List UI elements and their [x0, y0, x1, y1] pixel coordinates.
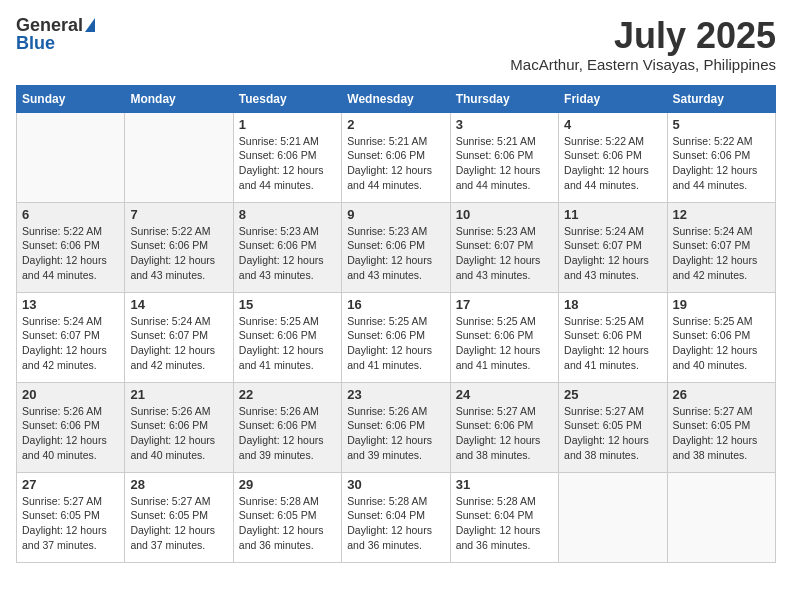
calendar-cell: 10Sunrise: 5:23 AMSunset: 6:07 PMDayligh…: [450, 202, 558, 292]
logo-blue-text: Blue: [16, 34, 55, 52]
calendar-cell: 14Sunrise: 5:24 AMSunset: 6:07 PMDayligh…: [125, 292, 233, 382]
calendar-cell: 13Sunrise: 5:24 AMSunset: 6:07 PMDayligh…: [17, 292, 125, 382]
calendar-cell: 3Sunrise: 5:21 AMSunset: 6:06 PMDaylight…: [450, 112, 558, 202]
calendar-cell: 26Sunrise: 5:27 AMSunset: 6:05 PMDayligh…: [667, 382, 775, 472]
day-info: Sunrise: 5:26 AMSunset: 6:06 PMDaylight:…: [130, 404, 227, 463]
header-monday: Monday: [125, 85, 233, 112]
day-number: 6: [22, 207, 119, 222]
location-title: MacArthur, Eastern Visayas, Philippines: [510, 56, 776, 73]
calendar-cell: 27Sunrise: 5:27 AMSunset: 6:05 PMDayligh…: [17, 472, 125, 562]
day-info: Sunrise: 5:25 AMSunset: 6:06 PMDaylight:…: [564, 314, 661, 373]
day-number: 17: [456, 297, 553, 312]
day-info: Sunrise: 5:26 AMSunset: 6:06 PMDaylight:…: [22, 404, 119, 463]
calendar-cell: 20Sunrise: 5:26 AMSunset: 6:06 PMDayligh…: [17, 382, 125, 472]
day-info: Sunrise: 5:28 AMSunset: 6:05 PMDaylight:…: [239, 494, 336, 553]
day-number: 8: [239, 207, 336, 222]
day-number: 12: [673, 207, 770, 222]
day-info: Sunrise: 5:25 AMSunset: 6:06 PMDaylight:…: [456, 314, 553, 373]
calendar-cell: 15Sunrise: 5:25 AMSunset: 6:06 PMDayligh…: [233, 292, 341, 382]
day-number: 27: [22, 477, 119, 492]
calendar-cell: 18Sunrise: 5:25 AMSunset: 6:06 PMDayligh…: [559, 292, 667, 382]
day-number: 22: [239, 387, 336, 402]
day-number: 7: [130, 207, 227, 222]
day-number: 5: [673, 117, 770, 132]
day-number: 9: [347, 207, 444, 222]
day-info: Sunrise: 5:24 AMSunset: 6:07 PMDaylight:…: [130, 314, 227, 373]
calendar-cell: 16Sunrise: 5:25 AMSunset: 6:06 PMDayligh…: [342, 292, 450, 382]
day-info: Sunrise: 5:22 AMSunset: 6:06 PMDaylight:…: [673, 134, 770, 193]
day-info: Sunrise: 5:26 AMSunset: 6:06 PMDaylight:…: [239, 404, 336, 463]
day-info: Sunrise: 5:25 AMSunset: 6:06 PMDaylight:…: [239, 314, 336, 373]
calendar-cell: 8Sunrise: 5:23 AMSunset: 6:06 PMDaylight…: [233, 202, 341, 292]
header-saturday: Saturday: [667, 85, 775, 112]
calendar-week-row: 27Sunrise: 5:27 AMSunset: 6:05 PMDayligh…: [17, 472, 776, 562]
day-info: Sunrise: 5:22 AMSunset: 6:06 PMDaylight:…: [22, 224, 119, 283]
header-friday: Friday: [559, 85, 667, 112]
day-info: Sunrise: 5:26 AMSunset: 6:06 PMDaylight:…: [347, 404, 444, 463]
day-info: Sunrise: 5:23 AMSunset: 6:06 PMDaylight:…: [239, 224, 336, 283]
header-thursday: Thursday: [450, 85, 558, 112]
logo-triangle-icon: [85, 18, 95, 32]
header-sunday: Sunday: [17, 85, 125, 112]
day-info: Sunrise: 5:24 AMSunset: 6:07 PMDaylight:…: [564, 224, 661, 283]
day-number: 14: [130, 297, 227, 312]
day-info: Sunrise: 5:28 AMSunset: 6:04 PMDaylight:…: [347, 494, 444, 553]
calendar-cell: 25Sunrise: 5:27 AMSunset: 6:05 PMDayligh…: [559, 382, 667, 472]
day-number: 20: [22, 387, 119, 402]
day-number: 23: [347, 387, 444, 402]
day-number: 1: [239, 117, 336, 132]
day-info: Sunrise: 5:24 AMSunset: 6:07 PMDaylight:…: [673, 224, 770, 283]
calendar-cell: 23Sunrise: 5:26 AMSunset: 6:06 PMDayligh…: [342, 382, 450, 472]
calendar-cell: 7Sunrise: 5:22 AMSunset: 6:06 PMDaylight…: [125, 202, 233, 292]
calendar-cell: [667, 472, 775, 562]
calendar-cell: [17, 112, 125, 202]
calendar-cell: 11Sunrise: 5:24 AMSunset: 6:07 PMDayligh…: [559, 202, 667, 292]
day-number: 4: [564, 117, 661, 132]
calendar-cell: 9Sunrise: 5:23 AMSunset: 6:06 PMDaylight…: [342, 202, 450, 292]
calendar-table: SundayMondayTuesdayWednesdayThursdayFrid…: [16, 85, 776, 563]
day-info: Sunrise: 5:27 AMSunset: 6:06 PMDaylight:…: [456, 404, 553, 463]
calendar-cell: 6Sunrise: 5:22 AMSunset: 6:06 PMDaylight…: [17, 202, 125, 292]
day-number: 25: [564, 387, 661, 402]
calendar-week-row: 6Sunrise: 5:22 AMSunset: 6:06 PMDaylight…: [17, 202, 776, 292]
day-number: 24: [456, 387, 553, 402]
logo-general-text: General: [16, 16, 83, 34]
page-header: General Blue July 2025 MacArthur, Easter…: [16, 16, 776, 73]
calendar-header-row: SundayMondayTuesdayWednesdayThursdayFrid…: [17, 85, 776, 112]
day-info: Sunrise: 5:23 AMSunset: 6:06 PMDaylight:…: [347, 224, 444, 283]
calendar-cell: 29Sunrise: 5:28 AMSunset: 6:05 PMDayligh…: [233, 472, 341, 562]
calendar-week-row: 13Sunrise: 5:24 AMSunset: 6:07 PMDayligh…: [17, 292, 776, 382]
day-number: 19: [673, 297, 770, 312]
calendar-cell: 12Sunrise: 5:24 AMSunset: 6:07 PMDayligh…: [667, 202, 775, 292]
calendar-cell: 17Sunrise: 5:25 AMSunset: 6:06 PMDayligh…: [450, 292, 558, 382]
day-info: Sunrise: 5:21 AMSunset: 6:06 PMDaylight:…: [239, 134, 336, 193]
day-info: Sunrise: 5:22 AMSunset: 6:06 PMDaylight:…: [564, 134, 661, 193]
day-info: Sunrise: 5:24 AMSunset: 6:07 PMDaylight:…: [22, 314, 119, 373]
day-info: Sunrise: 5:27 AMSunset: 6:05 PMDaylight:…: [673, 404, 770, 463]
calendar-week-row: 20Sunrise: 5:26 AMSunset: 6:06 PMDayligh…: [17, 382, 776, 472]
day-number: 31: [456, 477, 553, 492]
day-info: Sunrise: 5:21 AMSunset: 6:06 PMDaylight:…: [456, 134, 553, 193]
calendar-cell: 31Sunrise: 5:28 AMSunset: 6:04 PMDayligh…: [450, 472, 558, 562]
calendar-cell: [125, 112, 233, 202]
header-tuesday: Tuesday: [233, 85, 341, 112]
day-info: Sunrise: 5:23 AMSunset: 6:07 PMDaylight:…: [456, 224, 553, 283]
calendar-cell: 1Sunrise: 5:21 AMSunset: 6:06 PMDaylight…: [233, 112, 341, 202]
title-area: July 2025 MacArthur, Eastern Visayas, Ph…: [510, 16, 776, 73]
header-wednesday: Wednesday: [342, 85, 450, 112]
day-number: 16: [347, 297, 444, 312]
calendar-week-row: 1Sunrise: 5:21 AMSunset: 6:06 PMDaylight…: [17, 112, 776, 202]
day-info: Sunrise: 5:28 AMSunset: 6:04 PMDaylight:…: [456, 494, 553, 553]
day-info: Sunrise: 5:27 AMSunset: 6:05 PMDaylight:…: [22, 494, 119, 553]
day-number: 11: [564, 207, 661, 222]
day-info: Sunrise: 5:25 AMSunset: 6:06 PMDaylight:…: [673, 314, 770, 373]
day-info: Sunrise: 5:22 AMSunset: 6:06 PMDaylight:…: [130, 224, 227, 283]
day-number: 13: [22, 297, 119, 312]
day-number: 28: [130, 477, 227, 492]
calendar-cell: 2Sunrise: 5:21 AMSunset: 6:06 PMDaylight…: [342, 112, 450, 202]
day-info: Sunrise: 5:27 AMSunset: 6:05 PMDaylight:…: [564, 404, 661, 463]
calendar-cell: 19Sunrise: 5:25 AMSunset: 6:06 PMDayligh…: [667, 292, 775, 382]
logo: General Blue: [16, 16, 95, 52]
calendar-cell: 4Sunrise: 5:22 AMSunset: 6:06 PMDaylight…: [559, 112, 667, 202]
day-number: 26: [673, 387, 770, 402]
